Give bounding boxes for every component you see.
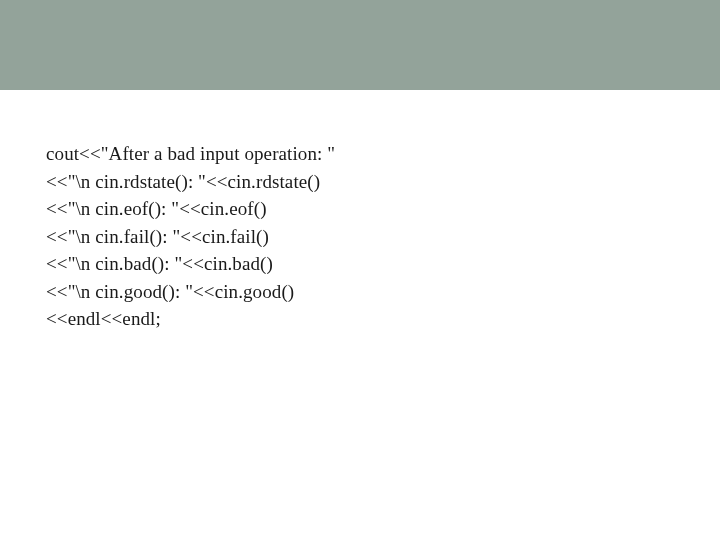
code-line: <<"\n cin.good(): "<<cin.good() [46,278,720,306]
code-line: <<endl<<endl; [46,305,720,333]
slide-header-bar [0,0,720,90]
slide-body: cout<<"After a bad input operation: " <<… [0,90,720,333]
code-line: <<"\n cin.fail(): "<<cin.fail() [46,223,720,251]
code-line: cout<<"After a bad input operation: " [46,140,720,168]
code-line: <<"\n cin.rdstate(): "<<cin.rdstate() [46,168,720,196]
code-line: <<"\n cin.eof(): "<<cin.eof() [46,195,720,223]
code-line: <<"\n cin.bad(): "<<cin.bad() [46,250,720,278]
